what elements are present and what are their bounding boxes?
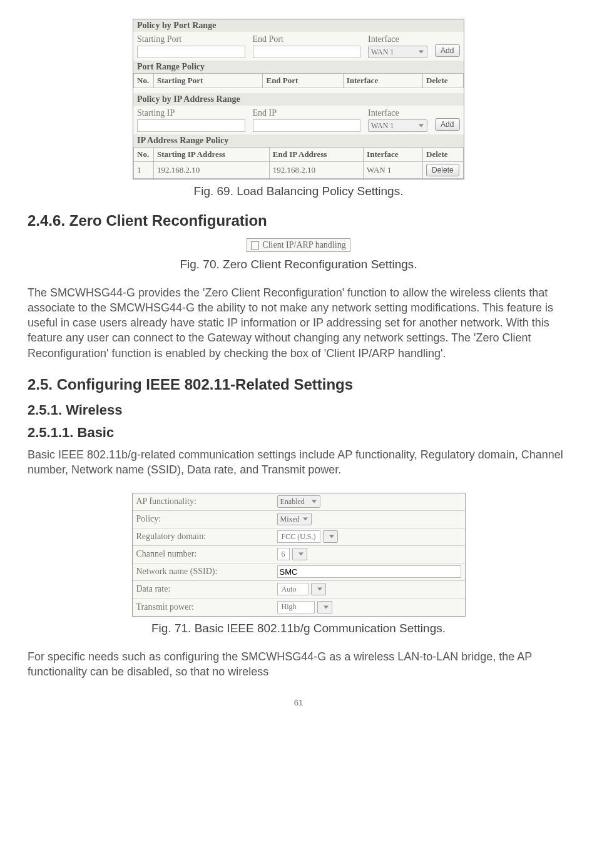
table-row: 1 192.168.2.10 192.168.2.10 WAN 1 Delete <box>134 162 464 179</box>
figure-69-caption: Fig. 69. Load Balancing Policy Settings. <box>28 184 569 198</box>
policy-ip-range-header: Policy by IP Address Range <box>133 93 464 106</box>
channel-select[interactable] <box>292 548 307 560</box>
ssid-label: Network name (SSID): <box>136 567 277 577</box>
row-channel: Channel number: 6 <box>133 546 465 563</box>
interface-select[interactable]: WAN 1 <box>368 46 427 58</box>
col-interface: Interface <box>364 148 423 162</box>
policy-select[interactable]: Mixed <box>277 513 312 525</box>
col-delete: Delete <box>423 74 464 88</box>
col-interface: Interface <box>343 74 422 88</box>
figure-69-panel: Policy by Port Range Starting Port End P… <box>133 19 464 179</box>
heading-2-5-1: 2.5.1. Wireless <box>28 402 569 418</box>
channel-label: Channel number: <box>136 549 277 559</box>
paragraph-zero-client: The SMCWHSG44-G provides the 'Zero Clien… <box>28 285 569 361</box>
row-ap-functionality: AP functionality: Enabled <box>133 493 465 511</box>
end-ip-label: End IP <box>253 108 361 118</box>
col-end-ip: End IP Address <box>269 148 363 162</box>
ap-functionality-select[interactable]: Enabled <box>277 495 320 508</box>
delete-button[interactable]: Delete <box>426 164 459 176</box>
ip-address-range-policy-table: No. Starting IP Address End IP Address I… <box>133 147 464 179</box>
txpower-value: High <box>277 601 315 613</box>
starting-ip-input[interactable] <box>137 119 245 132</box>
ip-address-range-policy-header: IP Address Range Policy <box>133 134 464 147</box>
starting-port-label: Starting Port <box>137 34 245 44</box>
heading-2-4-6: 2.4.6. Zero Client Reconfiguration <box>28 212 569 230</box>
policy-label: Policy: <box>136 514 277 524</box>
col-starting-ip: Starting IP Address <box>154 148 270 162</box>
cell-start-ip: 192.168.2.10 <box>154 162 270 179</box>
add-button-2[interactable]: Add <box>435 118 460 131</box>
page-number: 61 <box>28 698 569 707</box>
cell-interface: WAN 1 <box>364 162 423 179</box>
end-ip-input[interactable] <box>253 119 361 132</box>
col-delete: Delete <box>423 148 464 162</box>
col-starting-port: Starting Port <box>154 74 263 88</box>
regulatory-value: FCC (U.S.) <box>277 530 320 543</box>
cell-no: 1 <box>134 162 154 179</box>
policy-port-range-header: Policy by Port Range <box>133 19 464 32</box>
starting-port-input[interactable] <box>137 46 245 58</box>
txpower-select[interactable] <box>317 601 332 613</box>
heading-2-5: 2.5. Configuring IEEE 802.11-Related Set… <box>28 376 569 393</box>
row-txpower: Transmit power: High <box>133 598 465 616</box>
client-ip-arp-label: Client IP/ARP handling <box>262 240 345 250</box>
ap-functionality-label: AP functionality: <box>136 497 277 507</box>
interface-label: Interface <box>368 34 427 44</box>
figure-70-caption: Fig. 70. Zero Client Reconfiguration Set… <box>28 258 569 271</box>
starting-ip-label: Starting IP <box>137 108 245 118</box>
datarate-value: Auto <box>277 583 309 595</box>
figure-71-panel: AP functionality: Enabled Policy: Mixed … <box>132 493 466 617</box>
txpower-label: Transmit power: <box>136 602 277 612</box>
row-policy: Policy: Mixed <box>133 511 465 528</box>
regulatory-label: Regulatory domain: <box>136 532 277 542</box>
port-range-policy-table: No. Starting Port End Port Interface Del… <box>133 73 464 88</box>
paragraph-basic-intro: Basic IEEE 802.11b/g-related communicati… <box>28 447 569 478</box>
datarate-label: Data rate: <box>136 584 277 594</box>
col-end-port: End Port <box>263 74 343 88</box>
figure-71-caption: Fig. 71. Basic IEEE 802.11b/g Communicat… <box>28 622 569 635</box>
figure-70-panel: Client IP/ARP handling <box>247 238 350 252</box>
datarate-select[interactable] <box>311 583 326 595</box>
client-ip-arp-checkbox[interactable] <box>251 241 259 250</box>
add-button[interactable]: Add <box>435 44 460 57</box>
col-no: No. <box>134 74 154 88</box>
row-ssid: Network name (SSID): <box>133 563 465 581</box>
interface-select-2[interactable]: WAN 1 <box>368 119 427 132</box>
row-regulatory: Regulatory domain: FCC (U.S.) <box>133 528 465 546</box>
regulatory-select[interactable] <box>323 530 338 543</box>
paragraph-specific-needs: For specific needs such as configuring t… <box>28 649 569 680</box>
ssid-input[interactable] <box>277 565 461 578</box>
heading-2-5-1-1: 2.5.1.1. Basic <box>28 425 569 441</box>
port-range-policy-header: Port Range Policy <box>133 61 464 73</box>
interface-label-2: Interface <box>368 108 427 118</box>
end-port-label: End Port <box>253 34 361 44</box>
row-datarate: Data rate: Auto <box>133 581 465 598</box>
col-no: No. <box>134 148 154 162</box>
channel-value: 6 <box>277 548 290 560</box>
cell-end-ip: 192.168.2.10 <box>269 162 363 179</box>
end-port-input[interactable] <box>253 46 361 58</box>
